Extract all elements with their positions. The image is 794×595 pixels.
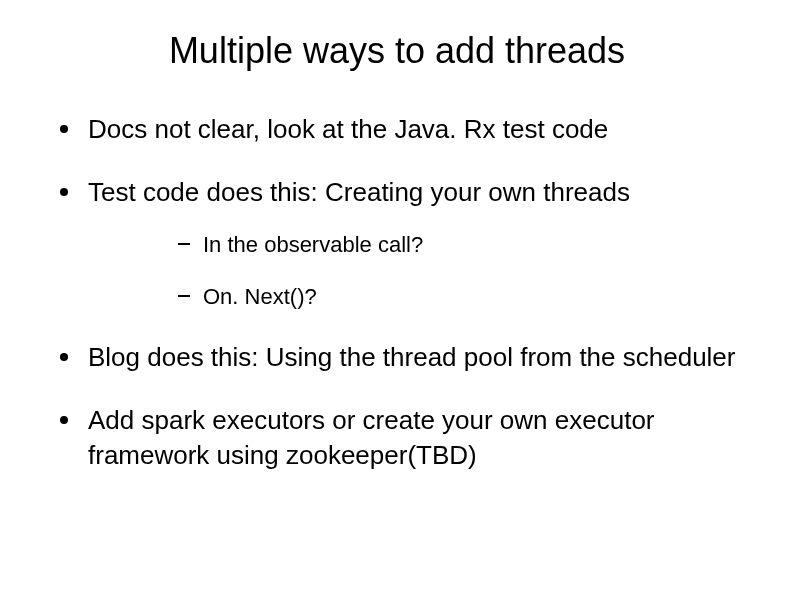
bullet-text: Blog does this: Using the thread pool fr… <box>88 342 736 372</box>
bullet-text: Test code does this: Creating your own t… <box>88 177 630 207</box>
list-item: In the observable call? <box>178 230 754 260</box>
list-item: Docs not clear, look at the Java. Rx tes… <box>60 112 754 147</box>
slide-title: Multiple ways to add threads <box>40 30 754 72</box>
list-item: Blog does this: Using the thread pool fr… <box>60 340 754 375</box>
sub-bullet-list: In the observable call? On. Next()? <box>88 230 754 311</box>
bullet-text: Docs not clear, look at the Java. Rx tes… <box>88 114 608 144</box>
list-item: On. Next()? <box>178 282 754 312</box>
bullet-list: Docs not clear, look at the Java. Rx tes… <box>40 112 754 473</box>
bullet-text: On. Next()? <box>203 284 317 309</box>
bullet-text: Add spark executors or create your own e… <box>88 405 655 470</box>
list-item: Test code does this: Creating your own t… <box>60 175 754 311</box>
slide: Multiple ways to add threads Docs not cl… <box>0 0 794 595</box>
list-item: Add spark executors or create your own e… <box>60 403 754 473</box>
bullet-text: In the observable call? <box>203 232 423 257</box>
